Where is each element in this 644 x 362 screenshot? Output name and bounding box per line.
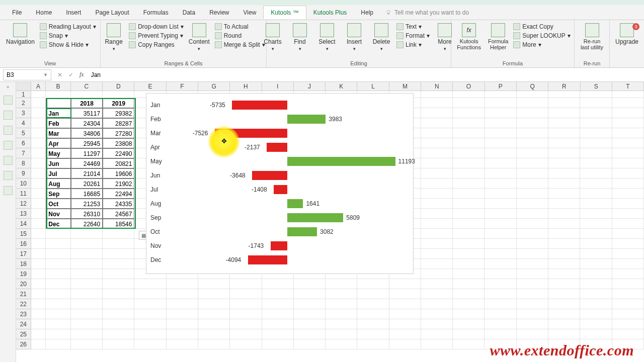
round-button[interactable]: Round xyxy=(215,32,242,39)
cell[interactable] xyxy=(31,189,46,199)
cell[interactable] xyxy=(71,279,103,289)
cell[interactable] xyxy=(167,299,198,309)
cell[interactable] xyxy=(103,279,134,289)
column-header-O[interactable]: O xyxy=(453,82,485,90)
cell[interactable] xyxy=(453,219,485,229)
cell[interactable] xyxy=(453,259,485,269)
cell[interactable] xyxy=(46,91,70,98)
cell[interactable] xyxy=(580,329,612,339)
row-header[interactable]: 16 xyxy=(16,239,31,249)
cell[interactable] xyxy=(103,249,134,259)
cell[interactable] xyxy=(46,269,70,279)
cell[interactable] xyxy=(357,339,389,349)
cell[interactable] xyxy=(103,309,134,319)
cell[interactable] xyxy=(46,98,70,108)
cell[interactable] xyxy=(294,299,326,309)
cell[interactable]: Dec xyxy=(46,219,70,229)
cell[interactable] xyxy=(485,98,517,108)
cell[interactable] xyxy=(71,339,103,349)
tab-page-layout[interactable]: Page Layout xyxy=(88,6,136,19)
cell[interactable]: Sep xyxy=(46,189,70,199)
cell[interactable] xyxy=(517,249,548,259)
cell[interactable] xyxy=(612,178,644,189)
cell[interactable] xyxy=(548,269,580,279)
column-header-F[interactable]: F xyxy=(167,82,198,90)
cell[interactable] xyxy=(517,319,548,329)
cell[interactable]: 24567 xyxy=(103,209,134,219)
side-tool-6[interactable] xyxy=(4,171,13,180)
cell[interactable] xyxy=(31,118,46,128)
cell[interactable] xyxy=(485,279,516,289)
reading-layout-button[interactable]: Reading Layout ▾ xyxy=(40,23,96,30)
cell[interactable] xyxy=(612,329,644,339)
chart-bar[interactable] xyxy=(287,213,343,222)
formula-input[interactable]: Jan xyxy=(87,70,644,79)
cell[interactable] xyxy=(46,259,70,269)
cell[interactable] xyxy=(71,299,103,309)
cell[interactable] xyxy=(485,118,517,128)
cell[interactable] xyxy=(485,209,517,219)
cell[interactable] xyxy=(548,289,580,299)
tab-view[interactable]: View xyxy=(236,6,264,19)
cell[interactable] xyxy=(580,138,612,148)
cell[interactable] xyxy=(421,339,453,349)
cell[interactable] xyxy=(453,118,485,128)
super-lookup-button[interactable]: Super LOOKUP ▾ xyxy=(513,32,570,39)
cell[interactable] xyxy=(517,279,548,289)
cell[interactable] xyxy=(517,128,548,138)
cell[interactable] xyxy=(31,138,46,148)
content-button[interactable]: Content▾ xyxy=(187,22,212,52)
embedded-chart[interactable]: Jan-5735Feb3983Mar-7526Apr-2137May11193J… xyxy=(146,93,414,274)
cell[interactable] xyxy=(326,319,357,329)
copy-ranges-button[interactable]: Copy Ranges xyxy=(129,41,175,48)
cell[interactable] xyxy=(134,339,166,349)
row-header[interactable]: 17 xyxy=(16,249,31,259)
cell[interactable] xyxy=(421,158,453,168)
cell[interactable] xyxy=(421,148,453,158)
cell[interactable] xyxy=(453,299,485,309)
cell[interactable] xyxy=(46,249,70,259)
cell[interactable] xyxy=(71,329,103,339)
tab-kutools-plus[interactable]: Kutools Plus xyxy=(306,6,354,19)
cell[interactable] xyxy=(294,329,326,339)
cell[interactable] xyxy=(612,259,644,269)
cell[interactable]: Mar xyxy=(46,128,70,138)
cell[interactable] xyxy=(517,239,548,249)
cell[interactable] xyxy=(580,128,612,138)
cell[interactable] xyxy=(517,168,548,178)
cell[interactable]: Feb xyxy=(46,118,70,128)
chart-bar[interactable] xyxy=(287,199,303,208)
cell[interactable] xyxy=(31,91,46,98)
cell[interactable] xyxy=(517,199,548,209)
cell[interactable] xyxy=(294,339,326,349)
cell[interactable] xyxy=(262,319,294,329)
cell[interactable] xyxy=(548,108,580,118)
cell[interactable] xyxy=(453,339,485,349)
cell[interactable] xyxy=(421,309,453,319)
side-tool-2[interactable] xyxy=(4,111,13,120)
cell[interactable] xyxy=(612,118,644,128)
cell[interactable] xyxy=(230,319,262,329)
cell[interactable]: 11297 xyxy=(71,148,103,158)
cell[interactable] xyxy=(31,219,46,229)
cell[interactable] xyxy=(485,259,516,269)
cell[interactable] xyxy=(421,138,453,148)
formula-helper-button[interactable]: Formula Helper xyxy=(486,22,510,51)
cell[interactable] xyxy=(580,289,612,299)
cell[interactable] xyxy=(453,189,485,199)
cell[interactable] xyxy=(198,319,230,329)
cell[interactable] xyxy=(262,309,294,319)
cell[interactable] xyxy=(103,319,134,329)
cell[interactable] xyxy=(421,189,453,199)
cell[interactable] xyxy=(485,158,517,168)
cell[interactable] xyxy=(453,229,485,239)
cell[interactable] xyxy=(326,289,357,299)
cell[interactable] xyxy=(453,279,485,289)
cell[interactable] xyxy=(294,319,326,329)
row-header[interactable]: 10 xyxy=(16,178,31,189)
cell[interactable] xyxy=(31,329,46,339)
cell[interactable] xyxy=(389,279,421,289)
tab-file[interactable]: File xyxy=(5,6,29,19)
cell[interactable]: 21253 xyxy=(71,199,103,209)
range-button[interactable]: Range▾ xyxy=(102,22,126,52)
